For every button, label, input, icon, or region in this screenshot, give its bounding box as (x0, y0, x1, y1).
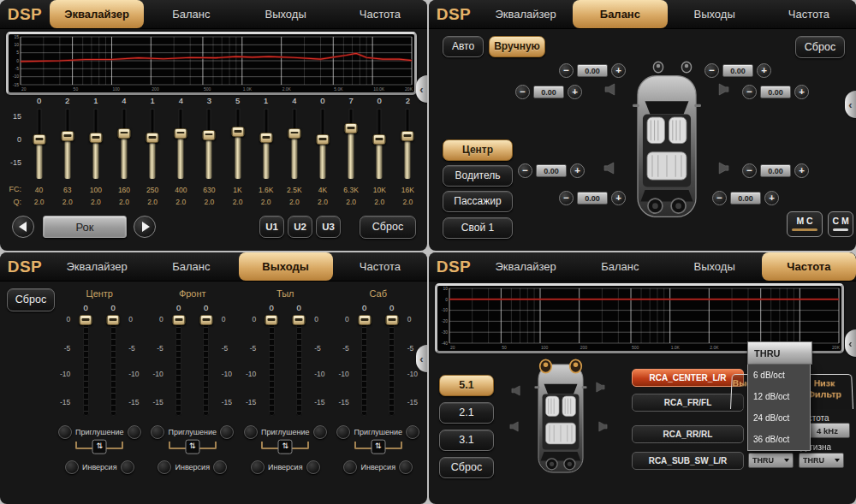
tab-equalizer[interactable]: Эквалайзер (50, 252, 144, 281)
minus-button[interactable]: − (712, 191, 727, 205)
rca-channel-1-button[interactable]: RCA_CENTER_L/R (632, 369, 744, 387)
eq-band-slider[interactable] (308, 107, 336, 182)
minus-button[interactable]: − (518, 163, 532, 178)
slider-thumb[interactable] (89, 133, 102, 143)
slider-thumb[interactable] (401, 131, 414, 141)
output-slider[interactable] (203, 315, 209, 416)
slider-thumb[interactable] (373, 134, 386, 145)
plus-button[interactable]: + (757, 63, 771, 78)
slider-thumb[interactable] (265, 315, 278, 325)
outputs-reset-button[interactable]: Сброс (7, 288, 55, 311)
rca-channel-2-button[interactable]: RCA_FR/FL (632, 394, 744, 412)
mute-right-button[interactable] (128, 425, 141, 439)
slider-thumb[interactable] (293, 315, 306, 325)
balance-preset-3-button[interactable]: Пассажир (443, 191, 513, 212)
link-channels-icon[interactable] (185, 440, 199, 454)
tab-outputs[interactable]: Выходы (668, 252, 762, 281)
slider-thumb[interactable] (288, 128, 300, 139)
mute-left-button[interactable] (151, 425, 164, 439)
balance-preset-2-button[interactable]: Водитель (443, 165, 513, 187)
output-slider[interactable] (110, 315, 116, 416)
rca-channel-3-button[interactable]: RCA_RR/RL (632, 425, 744, 443)
mode-5.1-button[interactable]: 5.1 (439, 375, 494, 396)
mode-2.1-button[interactable]: 2.1 (439, 402, 494, 424)
plus-button[interactable]: + (568, 85, 582, 99)
mc-unit-button[interactable]: M C (787, 211, 823, 237)
mute-right-button[interactable] (313, 425, 327, 439)
output-slider[interactable] (361, 315, 367, 416)
eq-reset-button[interactable]: Сброс (360, 216, 416, 239)
tab-equalizer[interactable]: Эквалайзер (479, 0, 573, 28)
slider-thumb[interactable] (107, 315, 120, 325)
preset-prev-button[interactable] (12, 216, 34, 238)
hp-slope-select[interactable]: THRU (748, 453, 794, 468)
panel-slide-handle[interactable] (416, 75, 427, 103)
panel-slide-handle[interactable] (845, 91, 856, 118)
slider-thumb[interactable] (358, 315, 371, 325)
eq-band-slider[interactable] (195, 107, 223, 182)
auto-button[interactable]: Авто (443, 36, 484, 57)
mute-left-button[interactable] (244, 425, 258, 439)
eq-band-slider[interactable] (25, 107, 53, 182)
invert-left-button[interactable] (343, 460, 357, 474)
slider-thumb[interactable] (146, 133, 159, 143)
slider-thumb[interactable] (199, 315, 212, 325)
tab-balance[interactable]: Баланс (573, 252, 667, 281)
balance-reset-button[interactable]: Сброс (795, 36, 845, 58)
plus-button[interactable]: + (794, 85, 809, 99)
slope-option[interactable]: 6 dB/oct (748, 365, 810, 386)
tab-balance[interactable]: Баланс (144, 252, 238, 281)
user-preset-3-button[interactable]: U3 (316, 216, 341, 238)
output-slider[interactable] (175, 315, 181, 416)
user-preset-2-button[interactable]: U2 (288, 216, 312, 238)
plus-button[interactable]: + (611, 191, 626, 205)
invert-left-button[interactable] (65, 460, 79, 474)
minus-button[interactable]: − (742, 85, 757, 99)
link-channels-icon[interactable] (278, 440, 293, 454)
tab-outputs[interactable]: Выходы (239, 252, 333, 281)
lp-slope-select[interactable]: THRU (799, 453, 844, 468)
preset-display[interactable]: Рок (43, 216, 127, 238)
invert-right-button[interactable] (306, 460, 320, 474)
minus-button[interactable]: − (559, 63, 574, 78)
balance-preset-4-button[interactable]: Свой 1 (443, 217, 513, 239)
mute-right-button[interactable] (220, 425, 234, 439)
slider-thumb[interactable] (33, 134, 45, 145)
slider-thumb[interactable] (175, 128, 187, 139)
slider-thumb[interactable] (316, 134, 329, 145)
user-preset-1-button[interactable]: U1 (259, 216, 284, 238)
slider-thumb[interactable] (203, 130, 216, 140)
mute-left-button[interactable] (336, 425, 350, 439)
slider-thumb[interactable] (80, 315, 92, 325)
tab-equalizer[interactable]: Эквалайзер (50, 0, 144, 28)
preset-next-button[interactable] (134, 216, 156, 238)
slider-thumb[interactable] (172, 315, 185, 325)
plus-button[interactable]: + (794, 163, 809, 178)
slider-thumb[interactable] (385, 315, 398, 325)
minus-button[interactable]: − (742, 163, 757, 178)
invert-right-button[interactable] (213, 460, 227, 474)
invert-right-button[interactable] (121, 460, 134, 474)
cm-unit-button[interactable]: C M (828, 211, 853, 237)
slope-option[interactable]: 36 dB/oct (748, 429, 810, 450)
tab-frequency[interactable]: Частота (333, 252, 427, 281)
tab-balance[interactable]: Баланс (144, 0, 238, 28)
minus-button[interactable]: − (515, 85, 530, 99)
mode-3.1-button[interactable]: 3.1 (439, 430, 494, 451)
plus-button[interactable]: + (611, 63, 626, 78)
slope-option[interactable]: 24 dB/oct (748, 407, 810, 429)
slope-dropdown-selected[interactable]: THRU (747, 341, 812, 365)
eq-band-slider[interactable] (223, 107, 252, 182)
slider-thumb[interactable] (61, 131, 74, 141)
eq-band-slider[interactable] (167, 107, 195, 182)
tab-balance[interactable]: Баланс (573, 0, 667, 28)
mute-right-button[interactable] (406, 425, 419, 439)
plus-button[interactable]: + (570, 163, 585, 178)
invert-left-button[interactable] (251, 460, 265, 474)
output-slider[interactable] (389, 315, 395, 416)
slope-option[interactable]: 12 dB/oct (748, 386, 810, 407)
invert-right-button[interactable] (399, 460, 413, 474)
eq-band-slider[interactable] (53, 107, 81, 182)
tab-equalizer[interactable]: Эквалайзер (479, 252, 573, 281)
eq-band-slider[interactable] (81, 107, 110, 182)
